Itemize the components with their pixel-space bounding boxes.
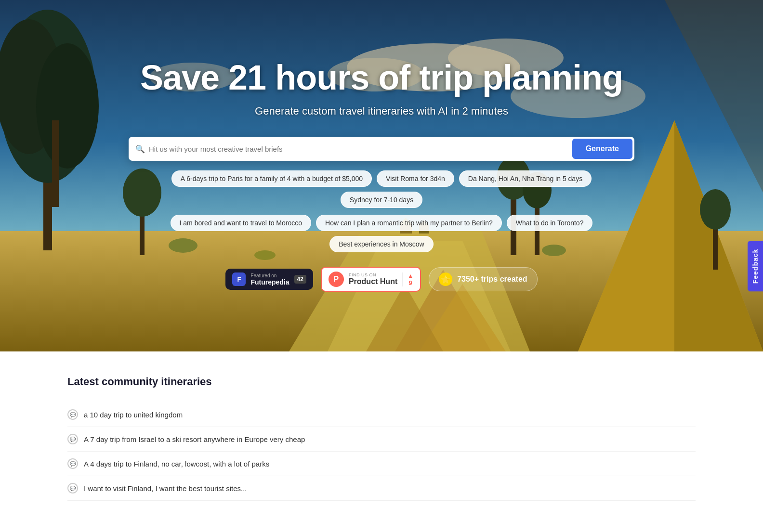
futurepedia-name: Futurepedia xyxy=(250,278,289,286)
hero-content: Save 21 hours of trip planning Generate … xyxy=(0,58,763,292)
trips-count-label: 7350+ trips created xyxy=(457,275,527,284)
itinerary-item[interactable]: 💬 A 7 day trip from Israel to a ski reso… xyxy=(67,427,696,452)
trips-badge[interactable]: ⭐ 7350+ trips created xyxy=(429,267,537,291)
futurepedia-text: Featured on Futurepedia xyxy=(250,273,289,286)
product-hunt-find-us-label: FIND US ON xyxy=(349,272,397,277)
tag-chip-4[interactable]: Sydney for 7-10 days xyxy=(341,192,422,208)
generate-button[interactable]: Generate xyxy=(572,139,632,159)
futurepedia-featured-label: Featured on xyxy=(250,273,289,278)
product-hunt-name: Product Hunt xyxy=(349,277,397,286)
search-icon: 🔍 xyxy=(135,144,145,154)
futurepedia-badge[interactable]: F Featured on Futurepedia 42 xyxy=(225,269,313,290)
tag-chip-6[interactable]: How can I plan a romantic trip with my p… xyxy=(316,215,502,231)
hero-title: Save 21 hours of trip planning xyxy=(140,58,623,97)
product-hunt-icon: P xyxy=(329,272,344,287)
tag-chip-1[interactable]: A 6-days trip to Paris for a family of 4… xyxy=(171,170,372,187)
lower-section: Latest community itineraries 💬 a 10 day … xyxy=(0,351,763,525)
tag-chips-row2: I am bored and want to travel to Morocco… xyxy=(129,215,634,252)
product-hunt-votes: ▲ 9 xyxy=(402,272,413,286)
itinerary-text: I want to visit Finland, I want the best… xyxy=(84,484,247,493)
hero-section: Save 21 hours of trip planning Generate … xyxy=(0,0,763,351)
community-title: Latest community itineraries xyxy=(67,376,696,388)
trips-star-icon: ⭐ xyxy=(439,272,452,286)
tag-chip-2[interactable]: Visit Roma for 3d4n xyxy=(377,170,454,187)
chat-bubble-icon: 💬 xyxy=(67,409,78,420)
product-hunt-text: FIND US ON Product Hunt xyxy=(349,272,397,286)
hero-subtitle: Generate custom travel itineraries with … xyxy=(255,105,508,117)
itinerary-item[interactable]: 💬 I want to visit Finland, I want the be… xyxy=(67,476,696,501)
chat-bubble-icon: 💬 xyxy=(67,483,78,493)
itinerary-text: a 10 day trip to united kingdom xyxy=(84,411,183,419)
futurepedia-icon: F xyxy=(232,272,246,286)
search-input[interactable] xyxy=(149,145,572,153)
itinerary-text: A 7 day trip from Israel to a ski resort… xyxy=(84,435,305,443)
itinerary-item[interactable]: 💬 A 4 days trip to Finland, no car, lowc… xyxy=(67,452,696,476)
tag-chip-7[interactable]: What to do in Toronto? xyxy=(507,215,593,231)
tag-chips-row1: A 6-days trip to Paris for a family of 4… xyxy=(129,170,634,208)
itinerary-item[interactable]: 💬 a 10 day trip to united kingdom xyxy=(67,402,696,427)
tag-chip-3[interactable]: Da Nang, Hoi An, Nha Trang in 5 days xyxy=(459,170,592,187)
badges-row: F Featured on Futurepedia 42 P FIND US O… xyxy=(225,267,537,292)
tag-chip-5[interactable]: I am bored and want to travel to Morocco xyxy=(171,215,311,231)
tag-chip-8[interactable]: Best experiences in Moscow xyxy=(329,236,433,252)
product-hunt-vote-count: 9 xyxy=(409,279,412,286)
itinerary-list: 💬 a 10 day trip to united kingdom 💬 A 7 … xyxy=(67,402,696,501)
product-hunt-badge[interactable]: P FIND US ON Product Hunt ▲ 9 xyxy=(321,267,421,292)
feedback-tab[interactable]: Feedback xyxy=(748,241,763,291)
product-hunt-arrow: ▲ xyxy=(408,272,413,279)
chat-bubble-icon: 💬 xyxy=(67,434,78,444)
itinerary-text: A 4 days trip to Finland, no car, lowcos… xyxy=(84,460,269,468)
futurepedia-count: 42 xyxy=(294,275,306,284)
chat-bubble-icon: 💬 xyxy=(67,458,78,469)
search-bar: 🔍 Generate xyxy=(129,137,634,161)
